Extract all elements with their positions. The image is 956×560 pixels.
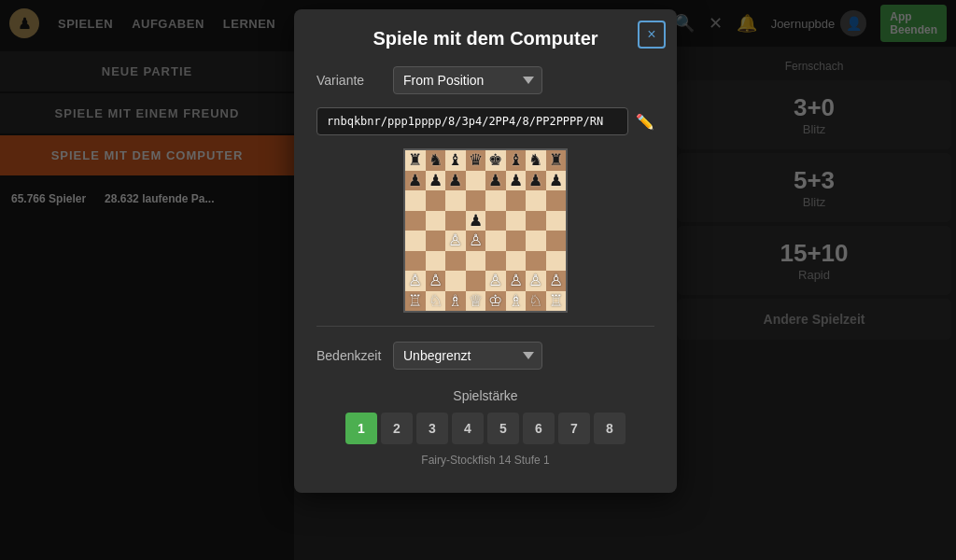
- chess-square: [405, 190, 426, 211]
- bedenkzeit-select[interactable]: Unbegrenzt 1 Minute 3 Minuten 5 Minuten …: [393, 342, 542, 370]
- chess-square: ♖: [405, 291, 426, 312]
- ss-btn-7[interactable]: 7: [558, 413, 590, 444]
- chess-square: ♔: [485, 291, 506, 312]
- chess-square: [485, 251, 506, 272]
- ss-btn-3[interactable]: 3: [416, 413, 448, 444]
- ss-btn-6[interactable]: 6: [523, 413, 555, 444]
- chess-board: ♜♞♝♛♚♝♞♜♟♟♟♟♟♟♟♟♙♙♙♙♙♙♙♙♖♘♗♕♔♗♘♖: [403, 148, 568, 313]
- chess-square: [526, 251, 546, 272]
- chess-square: ♖: [546, 291, 567, 312]
- chess-square: ♕: [466, 291, 486, 312]
- chess-square: [485, 211, 506, 231]
- spielstaerke-buttons: 1 2 3 4 5 6 7 8: [316, 413, 654, 444]
- chess-square: [466, 251, 486, 272]
- chess-square: [405, 231, 426, 251]
- chess-square: [546, 190, 567, 211]
- chess-square: [506, 231, 527, 251]
- chess-square: ♟: [445, 171, 466, 191]
- modal-close-button[interactable]: ×: [638, 21, 666, 49]
- chess-square: [506, 211, 527, 231]
- chess-square: ♜: [405, 150, 426, 171]
- variante-label: Variante: [316, 73, 382, 88]
- chess-square: ♘: [526, 291, 546, 312]
- chess-square: ♙: [405, 271, 426, 291]
- fen-row: ✏️: [316, 107, 654, 135]
- chess-square: ♙: [546, 271, 567, 291]
- chess-square: [445, 251, 466, 272]
- chess-square: [445, 190, 466, 211]
- chess-square: ♙: [485, 271, 506, 291]
- chess-square: [485, 190, 506, 211]
- chess-square: ♙: [426, 271, 446, 291]
- chess-square: ♗: [506, 291, 527, 312]
- chess-square: [466, 171, 486, 191]
- chess-square: ♜: [546, 150, 567, 171]
- chess-square: ♙: [466, 231, 486, 251]
- fen-input[interactable]: [316, 107, 628, 135]
- ss-btn-5[interactable]: 5: [487, 413, 519, 444]
- modal-title: Spiele mit dem Computer: [316, 28, 654, 49]
- chess-square: ♙: [445, 231, 466, 251]
- chess-square: [426, 231, 446, 251]
- chess-square: [526, 231, 546, 251]
- modal-dialog: Spiele mit dem Computer × Variante From …: [294, 9, 677, 493]
- chess-board-container: ♜♞♝♛♚♝♞♜♟♟♟♟♟♟♟♟♙♙♙♙♙♙♙♙♖♘♗♕♔♗♘♖: [316, 148, 654, 313]
- ss-btn-4[interactable]: 4: [452, 413, 484, 444]
- chess-square: ♙: [506, 271, 527, 291]
- chess-square: [546, 231, 567, 251]
- variante-row: Variante From Position Standard Chess960…: [316, 66, 654, 94]
- ss-btn-8[interactable]: 8: [594, 413, 626, 444]
- chess-square: ♞: [426, 150, 446, 171]
- chess-square: ♟: [426, 171, 446, 191]
- chess-square: [506, 251, 527, 272]
- chess-square: [426, 211, 446, 231]
- ss-btn-2[interactable]: 2: [381, 413, 413, 444]
- chess-square: ♙: [526, 271, 546, 291]
- chess-square: ♟: [506, 171, 527, 191]
- chess-square: ♟: [466, 211, 486, 231]
- chess-square: ♝: [506, 150, 527, 171]
- chess-square: ♝: [445, 150, 466, 171]
- chess-square: [405, 251, 426, 272]
- chess-square: ♞: [526, 150, 546, 171]
- chess-square: [426, 251, 446, 272]
- chess-square: ♗: [445, 291, 466, 312]
- chess-square: ♟: [526, 171, 546, 191]
- chess-square: [445, 211, 466, 231]
- chess-square: [526, 211, 546, 231]
- variante-select[interactable]: From Position Standard Chess960 King of …: [393, 66, 542, 94]
- engine-label: Fairy-Stockfish 14 Stufe 1: [316, 454, 654, 467]
- chess-square: [546, 211, 567, 231]
- chess-square: [506, 190, 527, 211]
- chess-square: [445, 271, 466, 291]
- chess-square: ♟: [405, 171, 426, 191]
- chess-square: [546, 251, 567, 272]
- chess-square: ♘: [426, 291, 446, 312]
- chess-square: [526, 190, 546, 211]
- chess-square: ♟: [485, 171, 506, 191]
- chess-square: [466, 190, 486, 211]
- fen-edit-icon[interactable]: ✏️: [636, 113, 654, 131]
- chess-square: ♚: [485, 150, 506, 171]
- chess-square: [485, 231, 506, 251]
- chess-square: [426, 190, 446, 211]
- chess-square: ♛: [466, 150, 486, 171]
- chess-square: [405, 211, 426, 231]
- chess-square: [466, 271, 486, 291]
- bedenkzeit-label: Bedenkzeit: [316, 348, 382, 363]
- bedenkzeit-row: Bedenkzeit Unbegrenzt 1 Minute 3 Minuten…: [316, 342, 654, 370]
- modal-divider: [316, 326, 654, 327]
- ss-btn-1[interactable]: 1: [345, 413, 377, 444]
- spielstaerke-label: Spielstärke: [316, 388, 654, 403]
- chess-square: ♟: [546, 171, 567, 191]
